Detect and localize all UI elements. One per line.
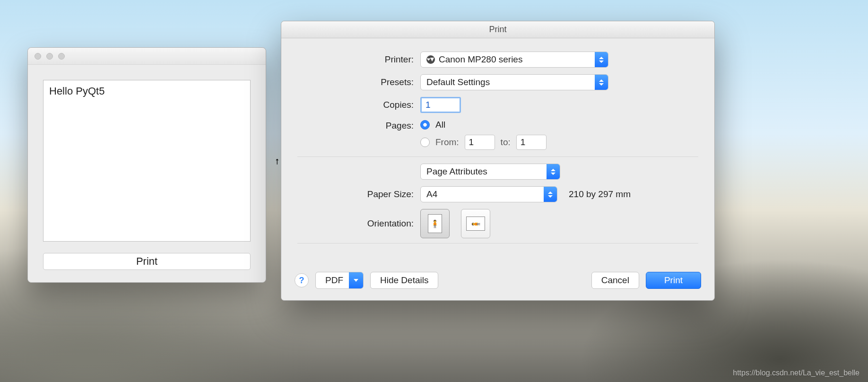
presets-selected: Default Settings xyxy=(426,77,490,87)
presets-select[interactable]: Default Settings xyxy=(420,74,608,90)
dialog-title-text: Print xyxy=(489,25,506,35)
editor-content: Hello PyQt5 xyxy=(49,85,104,97)
pdf-menu-button[interactable]: PDF xyxy=(315,272,364,289)
text-editor[interactable]: Hello PyQt5 xyxy=(43,80,251,242)
pages-to-label: to: xyxy=(501,137,511,148)
portrait-icon: 🧍 xyxy=(428,214,442,233)
zoom-icon[interactable] xyxy=(58,53,65,60)
orientation-label: Orientation: xyxy=(297,218,420,229)
stepper-icon xyxy=(544,187,557,202)
pages-from-label: From: xyxy=(435,137,459,148)
help-button[interactable]: ? xyxy=(295,273,309,287)
printer-offline-icon xyxy=(426,55,435,64)
pyqt-app-window: Hello PyQt5 Print xyxy=(27,47,266,283)
landscape-icon: 🧍 xyxy=(466,217,485,231)
stepper-icon xyxy=(547,164,560,179)
pages-all-label: All xyxy=(435,120,445,130)
print-button-label: Print xyxy=(136,255,157,268)
stepper-icon xyxy=(595,52,608,67)
orientation-portrait[interactable]: ↑ 🧍 xyxy=(420,209,450,238)
dialog-title: Print xyxy=(281,21,714,38)
presets-label: Presets: xyxy=(297,77,420,87)
section-select[interactable]: Page Attributes xyxy=(420,164,560,180)
print-confirm-label: Print xyxy=(664,275,683,286)
copies-label: Copies: xyxy=(297,100,420,110)
pdf-label: PDF xyxy=(325,275,343,286)
arrow-up-icon: ↑ xyxy=(275,156,279,166)
printer-selected: Canon MP280 series xyxy=(439,54,522,65)
divider xyxy=(297,156,698,157)
pages-label: Pages: xyxy=(297,120,420,131)
print-dialog: Print Printer: Canon MP280 series Preset… xyxy=(281,21,715,301)
paper-dimensions: 210 by 297 mm xyxy=(569,189,631,200)
help-icon: ? xyxy=(299,276,304,286)
minimize-icon[interactable] xyxy=(46,53,53,60)
printer-label: Printer: xyxy=(297,54,420,65)
print-button[interactable]: Print xyxy=(43,253,251,270)
pages-all-radio[interactable] xyxy=(420,120,430,130)
pages-range-radio[interactable] xyxy=(420,138,430,147)
hide-details-label: Hide Details xyxy=(380,275,428,286)
pages-to-input[interactable] xyxy=(516,135,547,150)
paper-size-label: Paper Size: xyxy=(297,189,420,200)
stepper-icon xyxy=(595,75,608,90)
cancel-button[interactable]: Cancel xyxy=(591,272,639,289)
section-selected: Page Attributes xyxy=(426,166,487,177)
close-icon[interactable] xyxy=(35,53,41,60)
hide-details-button[interactable]: Hide Details xyxy=(370,272,438,289)
printer-select[interactable]: Canon MP280 series xyxy=(420,52,608,68)
orientation-landscape[interactable]: ↑ 🧍 xyxy=(461,209,490,238)
cancel-label: Cancel xyxy=(601,275,629,286)
chevron-down-icon xyxy=(349,272,363,288)
print-confirm-button[interactable]: Print xyxy=(646,272,701,289)
titlebar xyxy=(28,48,266,65)
paper-size-selected: A4 xyxy=(426,189,437,200)
divider xyxy=(297,243,698,243)
copies-input[interactable] xyxy=(420,97,461,113)
pages-from-input[interactable] xyxy=(465,135,495,150)
watermark: https://blog.csdn.net/La_vie_est_belle xyxy=(733,369,859,377)
paper-size-select[interactable]: A4 xyxy=(420,186,557,202)
